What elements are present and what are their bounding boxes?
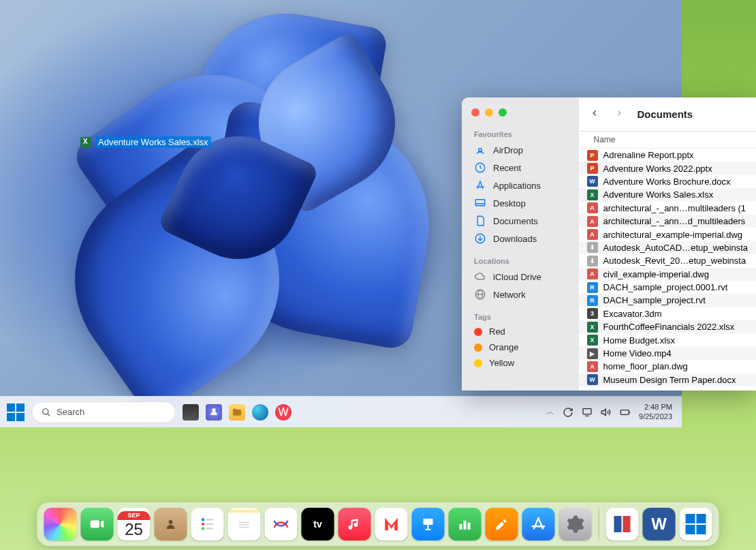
volume-icon[interactable] (601, 407, 612, 418)
file-row[interactable]: PAdrenaline Report.pptx (579, 149, 756, 162)
sidebar-item-network[interactable]: Network (462, 286, 579, 303)
file-row[interactable]: RDACH_sample_project.0001.rvt (579, 281, 756, 294)
forward-button[interactable] (613, 107, 625, 121)
sidebar-item-recent[interactable]: Recent (462, 159, 579, 177)
column-header-name[interactable]: Name (579, 132, 756, 149)
finder-window[interactable]: Favourites AirDropRecentApplicationsDesk… (462, 97, 756, 391)
display-icon[interactable] (582, 407, 593, 418)
sidebar-item-desktop[interactable]: Desktop (462, 194, 579, 212)
file-row[interactable]: PAdventure Works 2022.pptx (579, 162, 756, 174)
sidebar-item-icloud-drive[interactable]: iCloud Drive (462, 268, 579, 286)
sidebar-item-label: Network (493, 290, 526, 300)
tray-chevron-icon[interactable]: ︿ (546, 406, 554, 418)
desktop-file-label: Adventure Works Sales.xlsx (95, 136, 211, 148)
dock-calendar[interactable]: SEP25 (118, 508, 151, 540)
sync-icon[interactable] (563, 407, 573, 418)
xlsx-icon: X (587, 189, 598, 200)
sidebar-tag-red[interactable]: Red (462, 324, 579, 339)
dock-word[interactable]: W (643, 508, 676, 540)
file-name: Autodesk_AutoCAD…etup_webinsta (603, 243, 748, 253)
teams-button[interactable] (206, 404, 222, 421)
dwg-icon: A (587, 202, 598, 213)
desktop-icon (474, 197, 486, 209)
sidebar-item-label: iCloud Drive (493, 272, 541, 282)
calendar-day: 25 (125, 520, 143, 538)
file-row[interactable]: Ahome_floor_plan.dwg (579, 360, 756, 373)
dwg-icon: A (587, 361, 598, 372)
start-button[interactable] (7, 403, 25, 421)
applications-icon (474, 179, 486, 192)
windows-taskbar: Search W ︿ 2:48 PM 9/25/2023 (0, 396, 682, 427)
dwg-icon: A (587, 216, 598, 227)
file-row[interactable]: XAdventure Works Sales.xlsx (579, 188, 756, 201)
file-explorer-button[interactable] (229, 404, 245, 421)
file-row[interactable]: Aarchitectural_-_ann…d_multileaders (579, 215, 756, 228)
file-row[interactable]: Aarchitectural_-_ann…multileaders (1 (579, 202, 756, 215)
dock-reminders[interactable] (191, 508, 224, 540)
file-name: architectural_example-imperial.dwg (603, 230, 742, 240)
file-row[interactable]: RDACH_sample_project.rvt (579, 294, 756, 307)
file-row[interactable]: WAdventure Works Brochure.docx (579, 175, 756, 188)
file-name: Home Video.mp4 (603, 348, 672, 358)
sidebar-item-airdrop[interactable]: AirDrop (462, 141, 579, 159)
finder-sidebar: Favourites AirDropRecentApplicationsDesk… (462, 97, 579, 391)
file-row[interactable]: Aarchitectural_example-imperial.dwg (579, 228, 756, 241)
close-button[interactable] (471, 108, 479, 117)
sidebar-item-applications[interactable]: Applications (462, 177, 579, 194)
svg-rect-37 (468, 523, 471, 530)
edge-button[interactable] (252, 404, 268, 421)
window-title: Documents (637, 108, 693, 120)
date-label: 9/25/2023 (639, 412, 672, 421)
file-row[interactable]: Acivil_example-imperial.dwg (579, 268, 756, 281)
favourites-heading: Favourites (462, 126, 579, 141)
file-row[interactable]: ⬇Autodesk_Revit_20…etup_webinsta (579, 254, 756, 267)
svg-marker-20 (101, 521, 104, 528)
minimize-button[interactable] (485, 108, 493, 117)
file-row[interactable]: ▶Home Video.mp4 (579, 347, 756, 360)
svg-rect-35 (460, 524, 462, 530)
search-input[interactable]: Search (31, 401, 176, 423)
dock-numbers[interactable] (449, 508, 482, 540)
desktop-file-selected[interactable]: Adventure Works Sales.xlsx (80, 136, 211, 148)
file-name: Adventure Works Brochure.docx (603, 177, 731, 187)
file-row[interactable]: 3Excavator.3dm (579, 307, 756, 320)
svg-point-22 (202, 518, 204, 521)
sidebar-item-label: Documents (493, 216, 538, 226)
battery-icon[interactable] (620, 407, 631, 418)
fullscreen-button[interactable] (499, 108, 507, 117)
dock-tv[interactable]: tv (302, 508, 334, 540)
dock-contacts[interactable] (155, 508, 187, 540)
dock-keynote[interactable] (412, 508, 445, 540)
file-row[interactable]: XFourthCoffeeFinancials 2022.xlsx (579, 320, 756, 333)
sidebar-item-downloads[interactable]: Downloads (462, 230, 579, 247)
downloads-icon (474, 232, 486, 245)
dock-music[interactable] (338, 508, 371, 540)
sidebar-tag-orange[interactable]: Orange (462, 339, 579, 355)
docx-icon: W (587, 176, 598, 187)
dock-windows-vm[interactable] (680, 508, 712, 540)
file-row[interactable]: XHome Budget.xlsx (579, 333, 756, 346)
dock-news[interactable] (375, 508, 408, 540)
file-name: Home Budget.xlsx (603, 335, 676, 346)
dock-notes[interactable] (228, 508, 261, 540)
clock[interactable]: 2:48 PM 9/25/2023 (639, 403, 675, 421)
network-icon (474, 288, 486, 301)
back-button[interactable] (588, 107, 601, 121)
file-name: home_floor_plan.dwg (603, 361, 688, 371)
svg-point-21 (169, 520, 173, 524)
dock-freeform[interactable] (265, 508, 298, 540)
file-row[interactable]: ⬇Autodesk_AutoCAD…etup_webinsta (579, 241, 756, 254)
sidebar-tag-yellow[interactable]: Yellow (462, 355, 579, 371)
file-name: DACH_sample_project.rvt (603, 295, 706, 305)
dock-appstore[interactable] (522, 508, 555, 540)
task-view-button[interactable] (183, 404, 199, 421)
dock-parallels[interactable] (606, 508, 639, 540)
file-row[interactable]: WMuseum Design Term Paper.docx (579, 373, 756, 386)
sidebar-item-label: Recent (493, 163, 521, 173)
sidebar-item-documents[interactable]: Documents (462, 212, 579, 230)
dock-photos[interactable] (44, 508, 77, 540)
wps-button[interactable]: W (275, 404, 292, 421)
dock-facetime[interactable] (81, 508, 114, 540)
dock-settings[interactable] (559, 508, 592, 540)
dock-pages[interactable] (486, 508, 518, 540)
